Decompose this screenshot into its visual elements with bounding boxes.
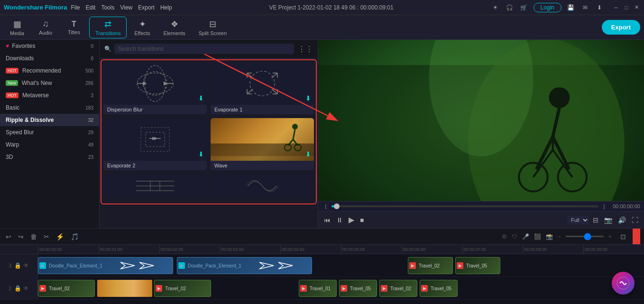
minus-zoom-icon[interactable]: − xyxy=(558,233,561,240)
lock-icon-3[interactable]: 🔒 xyxy=(14,262,21,269)
screenshot-icon[interactable]: 📷 xyxy=(602,215,614,225)
export-button[interactable]: Export xyxy=(602,20,640,35)
login-button[interactable]: Login xyxy=(534,3,561,12)
sidebar-item-basic[interactable]: Basic 183 xyxy=(0,101,99,114)
quality-select[interactable]: Full xyxy=(567,216,589,224)
seek-handle[interactable] xyxy=(334,203,340,209)
tick-4: 00:00:04:00 xyxy=(280,245,341,254)
volume-icon[interactable]: 🔊 xyxy=(616,215,628,225)
travel-clip-top-2[interactable]: ▶ Travel_05 xyxy=(455,257,500,274)
transition-item6[interactable] xyxy=(211,174,314,198)
lock-icon-2[interactable]: 🔒 xyxy=(14,285,21,292)
zoom-slider[interactable] xyxy=(566,236,604,237)
toolbar-elements[interactable]: ❖ Elements xyxy=(158,17,191,38)
main-area: ♥ Favorites 0 Downloads 0 HOT Recommende… xyxy=(0,40,644,228)
sidebar-item-whats-new[interactable]: New What's New 286 xyxy=(0,77,99,89)
expand-icon[interactable]: ⛶ xyxy=(630,215,640,225)
track-controls-2: 2 🔒 👁 xyxy=(0,277,38,299)
step-back-button[interactable]: ⏸ xyxy=(334,215,345,225)
sidebar-item-warp[interactable]: Warp 49 xyxy=(0,138,99,151)
eye-icon-3[interactable]: 👁 xyxy=(23,262,29,269)
maximize-button[interactable]: □ xyxy=(623,4,630,11)
sidebar-item-downloads[interactable]: Downloads 0 xyxy=(0,52,99,64)
sidebar-item-favorites[interactable]: ♥ Favorites 0 xyxy=(0,40,99,52)
search-input[interactable] xyxy=(114,44,294,54)
transition-wave[interactable]: ⬇ Wave xyxy=(211,118,314,170)
toolbar-audio[interactable]: ♫ Audio xyxy=(32,17,59,37)
travel-clip-top-1[interactable]: ▶ Travel_02 xyxy=(408,257,453,274)
fit-to-screen-button[interactable]: ⊡ xyxy=(618,232,628,241)
wave-download-icon[interactable]: ⬇ xyxy=(305,150,311,158)
sun-icon[interactable]: ☀ xyxy=(491,3,500,12)
video-frame xyxy=(318,40,644,201)
doodle-clip-2[interactable]: ▶ Doodle_Pack_Element_1 xyxy=(177,257,312,274)
toolbar-titles[interactable]: T Titles xyxy=(61,18,87,37)
stop-button[interactable]: ■ xyxy=(358,215,366,225)
warp-count: 49 xyxy=(88,142,93,147)
menu-help[interactable]: Help xyxy=(160,4,172,11)
timeline-area: ↩ ↪ 🗑 ✂ ⚡ 🎵 ⚙ 🛡 🎤 ⬛ 📸 − + ⊡ 00:00:00:00 … xyxy=(0,228,644,304)
wave-person-svg xyxy=(281,123,304,154)
undo-button[interactable]: ↩ xyxy=(4,232,13,241)
travel-clip-2[interactable]: ▶ Travel_02 xyxy=(154,280,211,297)
transition-dispersion-blur[interactable]: ⬇ Dispersion Blur xyxy=(103,62,207,114)
fab-button[interactable] xyxy=(612,272,635,295)
toolbar-media[interactable]: ▦ Media xyxy=(4,17,30,38)
favorites-label: Favorites xyxy=(12,43,35,49)
travel-6-icon: ▶ xyxy=(421,285,428,292)
menu-view[interactable]: View xyxy=(120,4,132,11)
svg-rect-19 xyxy=(146,132,165,147)
svg-point-26 xyxy=(285,144,291,151)
travel-clip-4[interactable]: ▶ Travel_05 xyxy=(339,280,377,297)
close-button[interactable]: ✕ xyxy=(634,4,640,11)
search-icon: 🔍 xyxy=(104,46,111,52)
doodle-clip-1[interactable]: ▶ Doodle_Pack_Element_1 xyxy=(38,257,173,274)
settings-icon: ⚙ xyxy=(502,233,507,240)
menu-export[interactable]: Export xyxy=(138,4,155,11)
sidebar-item-recommended[interactable]: HOT Recommended 500 xyxy=(0,64,99,77)
split-button[interactable]: ⚡ xyxy=(54,232,66,241)
sidebar-item-ripple-dissolve[interactable]: Ripple & Dissolve 32 xyxy=(0,114,99,126)
sidebar-item-3d[interactable]: 3D 23 xyxy=(0,151,99,163)
prev-button[interactable]: ⏮ xyxy=(322,215,332,225)
dispersion-blur-download-icon[interactable]: ⬇ xyxy=(198,94,204,102)
save-icon[interactable]: 💾 xyxy=(566,3,576,12)
redo-button[interactable]: ↪ xyxy=(16,232,26,241)
track-content-2: ▶ Travel_02 ▶ Travel_02 ▶ Travel_01 ▶ Tr… xyxy=(38,277,644,299)
audio-button[interactable]: 🎵 xyxy=(69,232,81,241)
play-button[interactable]: ▶ xyxy=(347,214,356,225)
dispersion-blur-svg xyxy=(131,64,179,102)
sidebar-item-metaverse[interactable]: HOT Metaverse 3 xyxy=(0,89,99,101)
eye-icon-2[interactable]: 👁 xyxy=(23,285,29,292)
3d-count: 23 xyxy=(88,155,93,160)
travel-clip-1[interactable]: ▶ Travel_02 xyxy=(38,280,95,297)
headphone-icon[interactable]: 🎧 xyxy=(505,3,515,12)
delete-button[interactable]: 🗑 xyxy=(28,232,39,241)
toolbar-transitions[interactable]: ⇄ Transitions xyxy=(89,17,127,38)
preview-seek-bar[interactable] xyxy=(331,205,598,207)
minimize-button[interactable]: ─ xyxy=(613,4,619,11)
cut-button[interactable]: ✂ xyxy=(42,232,51,241)
layout-icon[interactable]: ⊟ xyxy=(591,215,600,225)
transition-item5[interactable] xyxy=(103,174,207,198)
email-icon[interactable]: ✉ xyxy=(580,3,590,12)
transition-evaporate1[interactable]: ⬇ Evaporate 1 xyxy=(211,62,314,114)
evaporate2-download-icon[interactable]: ⬇ xyxy=(198,150,204,158)
evaporate1-download-icon[interactable]: ⬇ xyxy=(305,94,311,102)
cart-icon[interactable]: 🛒 xyxy=(519,3,529,12)
travel-clip-3[interactable]: ▶ Travel_01 xyxy=(299,280,337,297)
travel-clip-6[interactable]: ▶ Travel_05 xyxy=(420,280,458,297)
preview-time-bar: { } 00:00:00:00 xyxy=(318,201,644,211)
travel-clip-5[interactable]: ▶ Travel_02 xyxy=(379,280,417,297)
menu-edit[interactable]: Edit xyxy=(86,4,96,11)
toolbar-splitscreen[interactable]: ⊟ Split Screen xyxy=(193,17,232,38)
splitscreen-icon: ⊟ xyxy=(209,19,216,29)
sidebar-item-speed-blur[interactable]: Speed Blur 29 xyxy=(0,126,99,138)
grid-view-icon[interactable]: ⋮⋮ xyxy=(298,45,313,54)
download-icon[interactable]: ⬇ xyxy=(595,3,604,12)
plus-zoom-icon[interactable]: + xyxy=(608,233,612,240)
menu-file[interactable]: File xyxy=(71,4,80,11)
menu-tools[interactable]: Tools xyxy=(101,4,114,11)
transition-evaporate2[interactable]: ⬇ Evaporate 2 xyxy=(103,118,207,170)
toolbar-effects[interactable]: ✦ Effects xyxy=(129,17,156,38)
